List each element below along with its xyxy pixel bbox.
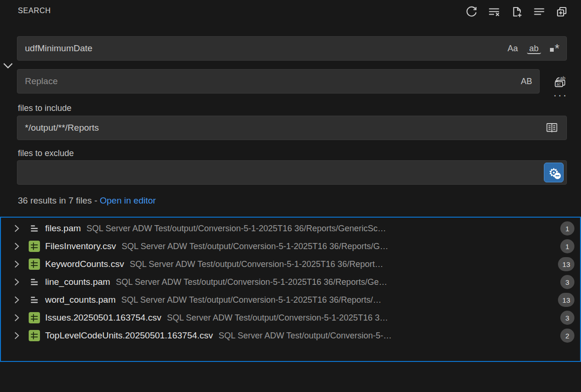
collapse-all-icon [533,6,545,18]
toggle-replace-button[interactable] [1,59,15,72]
expand-chevron-icon[interactable] [10,329,23,342]
files-to-include-input[interactable] [17,116,566,140]
match-count-badge: 13 [558,257,574,271]
result-file-name: KeywordCounts.csv [45,259,124,269]
result-file-path: SQL Server ADW Test/output/Conversion-5-… [116,277,557,287]
book-icon [545,121,559,135]
include-input-box [17,116,567,140]
match-count-badge: 1 [560,239,574,253]
open-in-editor-link[interactable]: Open in editor [100,196,156,205]
clear-search-results-icon [488,6,500,18]
match-count-badge: 3 [560,311,574,325]
new-search-editor-button[interactable] [509,4,525,20]
result-file-name: TopLevelCodeUnits.20250501.163754.csv [45,330,213,341]
new-search-editor-icon [510,6,523,18]
regex-star: * [555,41,559,55]
match-count-badge: 2 [560,329,574,343]
preserve-case-toggle[interactable]: AB [518,75,534,88]
csv-file-icon [28,258,40,270]
result-file-name: Issues.20250501.163754.csv [45,313,161,323]
summary-separator: - [92,196,100,205]
result-file-path: SQL Server ADW Test/output/Conversion-5-… [167,313,557,323]
expand-chevron-icon[interactable] [10,240,23,252]
pam-file-icon [28,294,40,306]
search-result-row[interactable]: TopLevelCodeUnits.20250501.163754.csv SQ… [1,327,580,345]
svg-text:ac: ac [557,82,561,86]
pam-file-icon [28,222,40,235]
result-file-path: SQL Server ADW Test/output/Conversion-5-… [130,259,554,269]
files-to-exclude-input[interactable] [17,161,566,184]
result-file-name: files.pam [45,223,81,234]
match-case-toggle[interactable]: Aa [505,42,520,55]
csv-file-icon [28,240,40,252]
result-file-name: word_counts.pam [45,295,116,305]
toggle-search-details-button[interactable]: ··· [553,92,568,99]
clear-search-results-button[interactable] [486,4,502,20]
use-exclude-settings-toggle[interactable]: ⚙ [544,163,564,182]
svg-text:ab: ab [560,75,565,80]
result-file-path: SQL Server ADW Test/output/Conversion-5-… [86,224,557,234]
search-result-row[interactable]: word_counts.pam SQL Server ADW Test/outp… [1,291,580,309]
search-sidebar: SEARCH [0,0,581,392]
result-file-name: line_counts.pam [45,277,110,287]
search-result-row[interactable]: line_counts.pam SQL Server ADW Test/outp… [1,273,580,291]
search-result-row[interactable]: Issues.20250501.163754.csv SQL Server AD… [1,309,580,327]
replace-input-box: AB [17,69,540,94]
whole-word-toggle[interactable]: ab [527,43,541,54]
search-result-row[interactable]: FilesInventory.csv SQL Server ADW Test/o… [1,237,580,255]
expand-chevron-icon[interactable] [10,258,23,270]
regex-toggle[interactable]: * [548,40,562,57]
csv-file-icon [28,312,40,324]
result-file-name: FilesInventory.csv [45,241,116,251]
expand-chevron-icon[interactable] [10,222,23,235]
match-count-badge: 1 [560,221,574,235]
search-results-list[interactable]: files.pam SQL Server ADW Test/output/Con… [0,217,581,362]
search-input[interactable] [17,37,566,60]
search-result-row[interactable]: files.pam SQL Server ADW Test/output/Con… [1,220,580,237]
match-count-badge: 3 [560,275,574,289]
search-input-box: Aa ab * [17,36,567,61]
minus-badge-icon [554,172,561,179]
title-actions [463,4,570,20]
regex-square [550,48,554,52]
replace-all-icon: ab ac [553,74,567,88]
csv-file-icon [28,329,40,342]
exclude-input-box: ⚙ [17,160,567,185]
replace-all-button[interactable]: ab ac [550,71,570,91]
results-summary: 36 results in 7 files - Open in editor [18,196,156,206]
result-file-path: SQL Server ADW Test/output/Conversion-5-… [121,295,554,305]
refresh-button[interactable] [463,4,479,20]
chevron-down-icon [2,60,14,72]
search-result-row[interactable]: KeywordCounts.csv SQL Server ADW Test/ou… [1,255,580,273]
collapse-all-button[interactable] [531,4,547,20]
view-title: SEARCH [18,7,51,15]
include-options [542,116,562,140]
expand-chevron-icon[interactable] [10,276,23,288]
replace-options: AB [518,70,534,93]
open-in-editor-icon [556,6,568,18]
refresh-icon [465,6,478,18]
open-in-editor-panel-button[interactable] [554,4,570,20]
expand-chevron-icon[interactable] [10,294,23,306]
search-options: Aa ab * [505,37,562,60]
results-count-text: 36 results in 7 files [18,196,92,205]
result-file-path: SQL Server ADW Test/output/Conversion-5-… [122,242,557,251]
files-to-exclude-label: files to exclude [18,149,74,158]
expand-chevron-icon[interactable] [10,312,23,324]
pam-file-icon [28,276,40,288]
result-file-path: SQL Server ADW Test/output/Conversion-5-… [219,331,557,341]
match-count-badge: 13 [558,293,574,307]
files-to-include-label: files to include [18,103,71,113]
search-open-editors-button[interactable] [542,118,562,138]
replace-input[interactable] [17,70,539,93]
